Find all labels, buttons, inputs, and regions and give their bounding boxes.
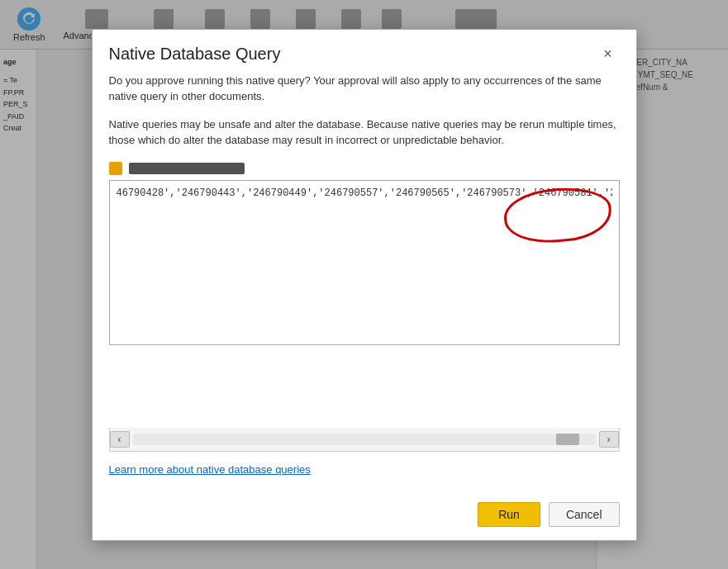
- modal-title: Native Database Query: [109, 45, 281, 64]
- scroll-track[interactable]: [133, 434, 596, 445]
- query-label-redacted: [129, 163, 245, 174]
- query-text-box: 46790428','246790443','246790449','24679…: [109, 180, 620, 345]
- query-label-icon: [109, 162, 122, 175]
- modal-description-1: Do you approve running this native query…: [109, 73, 620, 105]
- native-database-query-dialog: Native Database Query × Do you approve r…: [92, 29, 637, 541]
- scroll-left-arrow[interactable]: ‹: [110, 431, 130, 448]
- modal-overlay: Native Database Query × Do you approve r…: [0, 0, 728, 569]
- cancel-button[interactable]: Cancel: [549, 502, 620, 527]
- scroll-thumb[interactable]: [556, 434, 579, 445]
- scroll-right-arrow[interactable]: ›: [599, 431, 619, 448]
- modal-footer: Run Cancel: [93, 489, 636, 540]
- modal-description-2: Native queries may be unsafe and alter t…: [109, 116, 620, 149]
- learn-more-link[interactable]: Learn more about native database queries: [109, 463, 620, 476]
- query-text-content: 46790428','246790443','246790449','24679…: [117, 187, 612, 199]
- query-label-row: [109, 162, 620, 175]
- close-button[interactable]: ×: [597, 43, 620, 66]
- scrollbar-row[interactable]: ‹ ›: [109, 428, 620, 452]
- modal-body: Do you approve running this native query…: [93, 73, 636, 489]
- modal-titlebar: Native Database Query ×: [93, 30, 636, 73]
- run-button[interactable]: Run: [478, 502, 540, 527]
